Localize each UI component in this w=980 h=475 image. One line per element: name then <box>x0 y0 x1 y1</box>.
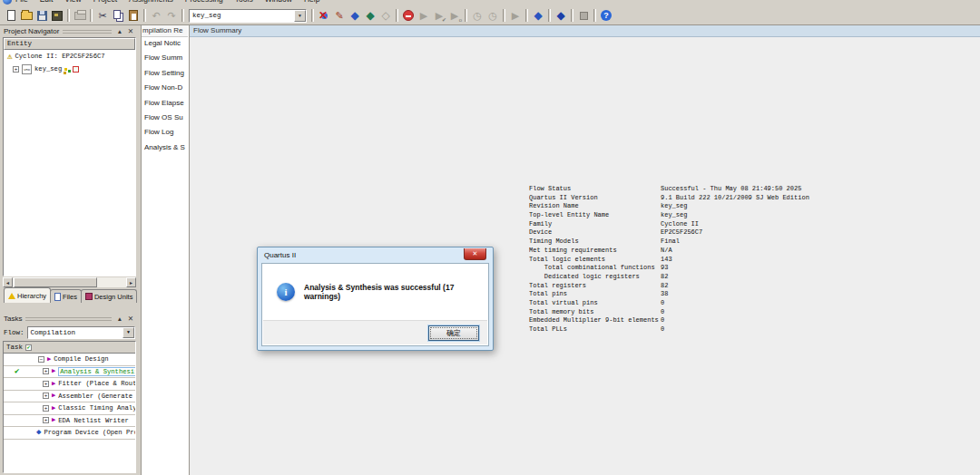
disabled-assign-button[interactable]: ◇ <box>378 8 393 23</box>
design-units-tab-icon <box>85 293 93 300</box>
instance-box-icon <box>73 66 79 73</box>
expand-plus-icon[interactable]: + <box>43 381 49 387</box>
assignment-editor-button[interactable]: ✎ <box>332 8 347 23</box>
tab-hierarchy[interactable]: Hierarchy <box>4 287 51 303</box>
task-row-classic-timing[interactable]: + ▶ Classic Timing Analys <box>4 402 135 415</box>
scroll-right-icon[interactable]: ► <box>126 277 136 287</box>
expand-plus-icon[interactable]: + <box>43 405 49 412</box>
paste-button[interactable] <box>126 8 141 23</box>
collapse-minus-icon[interactable]: − <box>38 356 44 363</box>
expand-plus-icon[interactable]: + <box>43 368 49 374</box>
report-section-item[interactable]: Flow OS Su <box>142 111 188 126</box>
pencil-icon: ✎ <box>335 11 343 21</box>
expand-plus-icon[interactable]: + <box>13 66 19 73</box>
menu-item[interactable]: Window <box>265 0 292 4</box>
cut-button[interactable]: ✂ <box>95 8 110 23</box>
report-section-list: Legal NoticFlow SummFlow SettingFlow Non… <box>142 37 188 156</box>
play-sub-overlay: o <box>459 17 462 23</box>
task-filter-icon[interactable]: ✔ <box>25 344 32 351</box>
menu-item[interactable]: Tools <box>235 0 253 4</box>
timing-settings-button[interactable]: ◷ <box>485 8 500 23</box>
rerun-button[interactable]: ▶ <box>508 8 523 23</box>
entity-tree: Entity ⚠ Cyclone II: EP2C5F256C7 + VHD k… <box>3 37 136 276</box>
menu-item[interactable]: Project <box>93 0 117 4</box>
report-section-item[interactable]: Legal Notic <box>142 37 188 52</box>
panel-pin-button[interactable]: ▴ <box>115 27 124 36</box>
navigator-horizontal-scrollbar[interactable]: ◄ ► <box>3 277 136 287</box>
report-section-item[interactable]: Flow Setting <box>142 67 188 82</box>
menu-item[interactable]: Edit <box>40 0 54 4</box>
new-file-icon <box>7 10 15 21</box>
dialog-close-button[interactable]: ✕ <box>464 248 486 260</box>
task-row-eda-netlist[interactable]: + ▶ EDA Netlist Writer <box>4 415 135 428</box>
new-project-button[interactable] <box>50 8 64 23</box>
combobox-dropdown-icon[interactable]: ▼ <box>294 10 306 22</box>
scroll-left-icon[interactable]: ◄ <box>3 277 13 287</box>
task-label: EDA Netlist Writer <box>58 417 129 424</box>
redo-icon: ↷ <box>167 11 175 21</box>
flow-summary-label: Quartus II Version <box>529 194 661 203</box>
settings-button[interactable]: ✕ <box>317 8 331 23</box>
flow-summary-row: Embedded Multiplier 9-bit elements 0 <box>529 316 809 325</box>
timing-run-button[interactable]: ◷ <box>470 8 485 23</box>
menu-item[interactable]: Assignments <box>129 0 173 4</box>
revision-combobox[interactable]: key_seg ▼ <box>189 9 307 23</box>
files-tab-icon <box>54 293 61 301</box>
device-tree-row[interactable]: ⚠ Cyclone II: EP2C5F256C7 <box>4 50 135 63</box>
open-file-button[interactable] <box>19 8 34 23</box>
redo-button[interactable]: ↷ <box>164 8 179 23</box>
entity-tree-row[interactable]: + VHD key_seg <box>4 63 135 75</box>
panel-close-button[interactable]: ✕ <box>126 315 135 324</box>
task-row-assembler[interactable]: + ▶ Assembler (Generate p <box>4 391 135 403</box>
chip-editor-button[interactable] <box>576 8 591 23</box>
toolbar-separator <box>181 9 184 22</box>
timing-analyzer-assign-button[interactable]: ◆ <box>363 8 377 23</box>
task-row-analysis-synthesis[interactable]: ✔ + ▶ Analysis & Synthesis <box>4 366 135 379</box>
menu-item[interactable]: Processing <box>185 0 223 4</box>
start-module-button[interactable]: ▶o <box>447 8 462 23</box>
start-compilation-button[interactable]: ▶ <box>416 8 431 23</box>
stop-processing-button[interactable] <box>401 8 416 23</box>
programmer-diamond-icon: ◆ <box>556 10 564 21</box>
new-file-button[interactable] <box>4 8 18 23</box>
flow-combobox[interactable]: Compilation ▼ <box>27 326 135 339</box>
task-play-icon: ▶ <box>52 393 55 399</box>
report-section-item[interactable]: Flow Log <box>142 126 188 141</box>
scrollbar-thumb[interactable] <box>14 277 97 287</box>
report-section-item[interactable]: Flow Summ <box>142 52 188 66</box>
flow-summary-row: Quartus II Version 9.1 Build 222 10/21/2… <box>529 194 809 203</box>
flow-summary-label: Dedicated logic registers <box>529 273 661 282</box>
navigator-tab-bar: Hierarchy Files Design Units <box>4 287 136 303</box>
menu-item[interactable]: View <box>64 0 81 4</box>
menu-item[interactable]: File <box>15 0 28 4</box>
undo-button[interactable]: ↶ <box>149 8 163 23</box>
flow-dropdown-icon[interactable]: ▼ <box>122 327 134 338</box>
task-row-compile-design[interactable]: − ▶ Compile Design <box>4 354 135 366</box>
flow-summary-label: Total logic elements <box>529 256 661 265</box>
task-row-fitter[interactable]: + ▶ Fitter (Place & Route <box>4 378 135 391</box>
dialog-message: Analysis & Synthesis was successful (17 … <box>304 283 488 301</box>
report-section-item[interactable]: Analysis & S <box>142 141 188 156</box>
panel-pin-button[interactable]: ▴ <box>115 315 124 324</box>
menu-item[interactable]: Help <box>304 0 319 4</box>
expand-plus-icon[interactable]: + <box>43 417 49 423</box>
report-section-item[interactable]: Flow Non-D <box>142 82 188 96</box>
tab-files[interactable]: Files <box>50 289 82 303</box>
task-row-program-device[interactable]: ◆ Program Device (Open Pro <box>4 427 135 440</box>
print-button[interactable] <box>73 8 87 23</box>
pin-planner-diamond-icon: ◆ <box>350 10 358 21</box>
help-button[interactable]: ? <box>599 8 613 23</box>
pin-planner-button[interactable]: ◆ <box>348 8 362 23</box>
tab-design-units[interactable]: Design Units <box>81 289 138 303</box>
panel-close-button[interactable]: ✕ <box>126 27 135 36</box>
programmer-button[interactable]: ◆ <box>554 8 568 23</box>
flow-summary-label: Revision Name <box>529 202 661 211</box>
ok-button[interactable]: 确定 <box>428 325 479 341</box>
expand-plus-icon[interactable]: + <box>43 393 49 399</box>
compilation-report-button[interactable]: ◆ <box>531 8 545 23</box>
start-analysis-button[interactable]: ▶✔ <box>432 8 446 23</box>
copy-button[interactable] <box>111 8 125 23</box>
report-section-item[interactable]: Flow Elapse <box>142 97 188 111</box>
start-play-icon: ▶ <box>420 11 427 21</box>
save-button[interactable] <box>34 8 49 23</box>
